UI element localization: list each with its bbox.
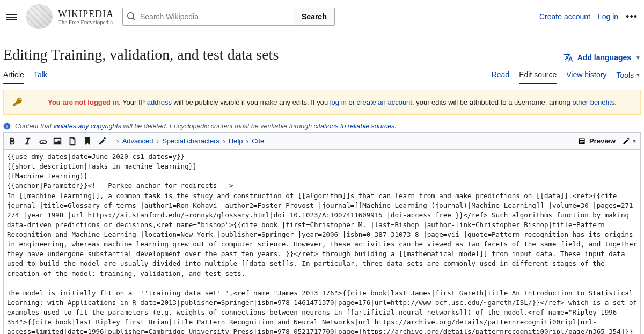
info-icon: i <box>3 122 11 130</box>
search-box[interactable] <box>122 8 294 26</box>
reference-button[interactable] <box>67 136 78 147</box>
translate-icon <box>564 53 573 62</box>
tab-article[interactable]: Article <box>3 66 24 84</box>
image-button[interactable] <box>52 136 63 147</box>
search-input[interactable] <box>140 12 289 21</box>
site-logo[interactable]: WIKIPEDIA The Free Encyclopedia <box>26 4 114 29</box>
toolbar-special[interactable]: Special characters <box>157 137 220 146</box>
brand-sub: The Free Encyclopedia <box>58 19 114 25</box>
bold-button[interactable] <box>7 136 18 147</box>
more-menu-icon[interactable]: ••• <box>626 11 638 23</box>
italic-button[interactable] <box>22 136 33 147</box>
article-icon <box>577 137 586 146</box>
tab-talk[interactable]: Talk <box>34 66 47 84</box>
page-title: Editing Training, validation, and test d… <box>3 46 279 66</box>
wikitext-editor[interactable] <box>4 150 640 334</box>
main-menu-button[interactable] <box>6 12 17 21</box>
editor-toolbar: Advanced Special characters Help Cite Pr… <box>4 133 640 150</box>
create-account-link[interactable]: Create account <box>539 12 590 21</box>
log-in-link[interactable]: Log in <box>598 12 618 21</box>
ip-address-link[interactable]: IP address <box>138 98 172 106</box>
tab-tools[interactable]: Tools▼ <box>616 66 641 84</box>
tab-view-history[interactable]: View history <box>566 66 606 84</box>
editor-container: Advanced Special characters Help Cite Pr… <box>3 132 641 334</box>
tab-edit-source[interactable]: Edit source <box>519 66 557 84</box>
other-benefits-link[interactable]: other benefits <box>572 98 614 106</box>
anon-edit-warning: You are not logged in. Your IP address w… <box>3 90 641 115</box>
not-logged-bold: You are not logged in. <box>48 98 121 106</box>
tab-read[interactable]: Read <box>492 66 509 84</box>
citations-link[interactable]: citations to reliable sources <box>314 122 395 130</box>
preview-button[interactable]: Preview <box>577 137 616 146</box>
login-link[interactable]: log in <box>330 98 347 106</box>
edit-mode-dropdown[interactable]: ▼ <box>622 137 637 146</box>
toolbar-cite[interactable]: Cite <box>246 137 265 146</box>
copyright-violation-link[interactable]: violates any copyrights <box>54 122 121 130</box>
key-icon <box>12 97 22 108</box>
search-wrap: Search <box>122 8 335 26</box>
create-account-inline-link[interactable]: create an account <box>357 98 412 106</box>
add-languages-link[interactable]: Add languages <box>577 53 631 62</box>
chevron-down-icon: ▼ <box>632 138 637 144</box>
chevron-down-icon: ▼ <box>635 55 641 61</box>
toolbar-advanced[interactable]: Advanced <box>116 137 153 146</box>
pencil-icon <box>622 137 631 146</box>
search-button[interactable]: Search <box>294 8 335 26</box>
wikipedia-globe-icon <box>26 4 53 29</box>
bookmark-button[interactable] <box>82 136 93 147</box>
chevron-down-icon: ▼ <box>635 72 641 78</box>
link-button[interactable] <box>37 136 48 147</box>
header-bar: WIKIPEDIA The Free Encyclopedia Search C… <box>0 0 644 33</box>
toolbar-help[interactable]: Help <box>223 137 243 146</box>
pencil-button[interactable] <box>97 136 108 147</box>
search-icon <box>127 12 136 21</box>
site-logo-text: WIKIPEDIA The Free Encyclopedia <box>58 9 114 25</box>
brand-main: WIKIPEDIA <box>58 9 114 20</box>
copyright-notice: i Content that violates any copyrights w… <box>3 122 641 130</box>
